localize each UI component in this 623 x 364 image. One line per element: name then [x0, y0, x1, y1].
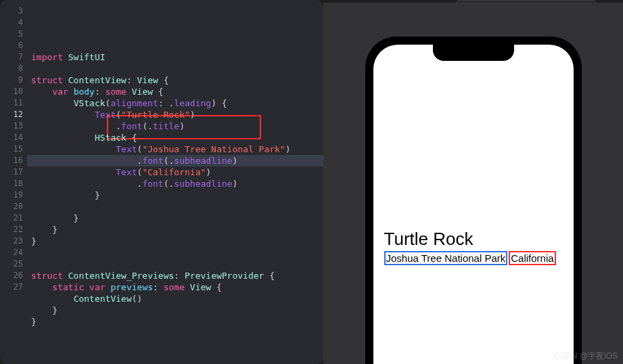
preview-subheadline-row: Joshua Tree National Park California — [384, 251, 556, 265]
code-line[interactable] — [27, 63, 323, 74]
code-line[interactable] — [27, 327, 323, 339]
code-line[interactable]: .font(.subheadline) — [27, 155, 323, 166]
swiftui-preview-content: Turtle Rock Joshua Tree National Park Ca… — [384, 229, 556, 265]
code-line[interactable]: Text("Joshua Tree National Park") — [27, 143, 323, 155]
code-line[interactable]: static var previews: some View { — [27, 281, 323, 293]
code-line[interactable]: } — [27, 235, 323, 247]
code-line[interactable]: } — [27, 212, 323, 224]
code-line[interactable]: } — [27, 189, 323, 201]
preview-subtext-1: Joshua Tree National Park — [384, 251, 508, 265]
code-line[interactable]: var body: some View { — [27, 86, 323, 97]
code-line[interactable] — [27, 201, 323, 212]
device-notch — [433, 45, 514, 61]
code-line[interactable] — [27, 258, 323, 270]
code-line[interactable]: struct ContentView_Previews: PreviewProv… — [27, 270, 323, 281]
preview-subtext-2: California — [509, 251, 555, 265]
editor-code-area[interactable]: import SwiftUIstruct ContentView: View {… — [27, 0, 323, 364]
editor-line-gutter: 3456789101112131415161718192021222324252… — [0, 0, 27, 364]
code-line[interactable]: struct ContentView: View { — [27, 74, 323, 86]
code-editor[interactable]: 3456789101112131415161718192021222324252… — [0, 0, 323, 364]
code-line[interactable]: .font(.title) — [27, 120, 323, 132]
preview-title: Turtle Rock — [384, 229, 556, 250]
code-line[interactable]: Text("California") — [27, 166, 323, 178]
code-line[interactable]: } — [27, 304, 323, 316]
code-line[interactable]: Text("Turtle Rock") — [27, 109, 323, 120]
code-line[interactable]: ContentView() — [27, 293, 323, 304]
device-screen: Turtle Rock Joshua Tree National Park Ca… — [373, 45, 574, 364]
code-line[interactable]: VStack(alignment: .leading) { — [27, 97, 323, 109]
code-line[interactable] — [27, 247, 323, 258]
preview-panel: Preview Turtle Rock Joshua Tree National… — [323, 0, 623, 364]
preview-canvas[interactable]: Turtle Rock Joshua Tree National Park Ca… — [323, 3, 623, 364]
device-bezel: Turtle Rock Joshua Tree National Park Ca… — [365, 37, 582, 364]
code-line[interactable]: HStack { — [27, 132, 323, 143]
code-line[interactable]: } — [27, 316, 323, 327]
code-line[interactable]: .font(.subheadline) — [27, 178, 323, 189]
code-line[interactable]: import SwiftUI — [27, 51, 323, 63]
code-line[interactable]: } — [27, 224, 323, 235]
